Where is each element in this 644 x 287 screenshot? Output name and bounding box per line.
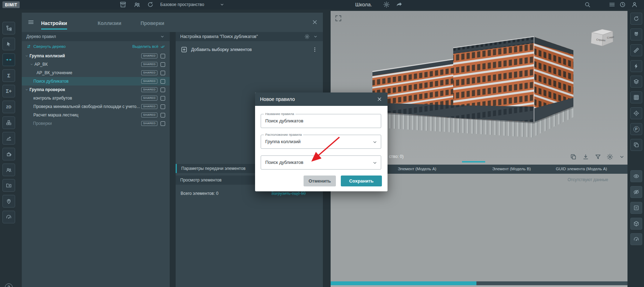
save-button[interactable]: Сохранить bbox=[341, 176, 382, 186]
2d-view-tool[interactable]: 2D bbox=[2, 101, 15, 113]
add-selection-plus-icon[interactable] bbox=[181, 46, 188, 53]
view-cube[interactable]: Справа Сзади bbox=[589, 28, 615, 48]
help-button[interactable]: ? bbox=[5, 283, 13, 287]
sync-icon[interactable] bbox=[147, 1, 154, 8]
chevron-down-icon[interactable] bbox=[372, 139, 378, 145]
tree-row-selected[interactable]: Поиск дубликатов SHARED bbox=[22, 77, 170, 85]
tree-row[interactable]: АР_ВК SHARED bbox=[22, 60, 170, 69]
dialog-close-icon[interactable] bbox=[376, 96, 383, 102]
kebab-menu-icon[interactable] bbox=[312, 46, 318, 53]
expand-viewport-icon[interactable] bbox=[334, 14, 342, 22]
row-checkbox[interactable] bbox=[161, 96, 165, 101]
select-all-link[interactable]: Выделить всё bbox=[132, 44, 158, 49]
tree-row[interactable]: Группа проверок SHARED bbox=[22, 85, 170, 94]
account-icon[interactable] bbox=[631, 1, 638, 8]
tree-row[interactable]: Проверка минимальной свободной площади с… bbox=[22, 102, 170, 111]
load-more-link[interactable]: Загрузить ещё 50 bbox=[271, 191, 306, 196]
collapse-panel-chevron-icon[interactable] bbox=[160, 34, 165, 39]
compass-tool[interactable] bbox=[630, 233, 642, 245]
building-model[interactable] bbox=[365, 26, 576, 142]
row-checkbox[interactable] bbox=[161, 121, 165, 126]
column-header[interactable]: Элемент (Модель B) bbox=[492, 167, 531, 171]
tree-row[interactable]: Группа коллизий SHARED bbox=[22, 52, 170, 60]
expander-icon[interactable] bbox=[25, 54, 29, 58]
workspace-selector[interactable]: Базовое пространство bbox=[160, 2, 204, 7]
tree-panel-header[interactable]: Дерево правил bbox=[22, 32, 170, 41]
tree-panel-title: Дерево правил bbox=[26, 34, 56, 39]
summary-tool[interactable]: Σ bbox=[2, 69, 15, 82]
select-tool[interactable] bbox=[2, 38, 15, 50]
row-checkbox[interactable] bbox=[161, 113, 165, 117]
export-results-icon[interactable] bbox=[582, 153, 589, 160]
collapse-tree-link[interactable]: Свернуть дерево bbox=[33, 44, 66, 49]
panel-close-icon[interactable] bbox=[311, 19, 318, 26]
rule-name-field[interactable]: Название правила Поиск дубликатов bbox=[261, 114, 381, 128]
focus-tool[interactable] bbox=[630, 107, 642, 119]
rule-gear-icon[interactable] bbox=[304, 34, 310, 39]
tree-row[interactable]: АР_ВК_уточнение SHARED bbox=[22, 69, 170, 77]
tree-row[interactable]: Расчет марша лестниц SHARED bbox=[22, 111, 170, 119]
archive-icon[interactable] bbox=[119, 1, 126, 8]
orbit-tool[interactable] bbox=[630, 13, 642, 25]
collisions-tool[interactable] bbox=[2, 53, 15, 66]
double-check-icon[interactable] bbox=[160, 44, 165, 49]
tab-collisions[interactable]: Коллизии bbox=[98, 19, 121, 30]
shared-folder-tool[interactable] bbox=[2, 179, 15, 192]
selection-frame-tool[interactable] bbox=[630, 202, 642, 214]
cancel-button[interactable]: Отменить bbox=[304, 176, 336, 186]
collaboration-tool[interactable] bbox=[2, 164, 15, 176]
rule-location-select[interactable]: Расположение правила Группа коллизий bbox=[261, 135, 381, 149]
clash-point-tool[interactable] bbox=[630, 60, 642, 72]
collapse-results-chevron-icon[interactable] bbox=[618, 153, 625, 160]
magnet-tool[interactable] bbox=[630, 28, 642, 40]
team-icon[interactable] bbox=[134, 1, 141, 8]
settings-gear-icon[interactable] bbox=[383, 1, 390, 8]
visibility-tool[interactable] bbox=[630, 170, 642, 182]
column-header[interactable]: Элемент (Модель А) bbox=[398, 167, 436, 171]
model-tree-tool[interactable] bbox=[2, 22, 15, 34]
dashboard-tool[interactable] bbox=[2, 211, 15, 223]
panel-menu-icon[interactable] bbox=[27, 19, 34, 26]
menu-list-icon[interactable] bbox=[609, 1, 616, 8]
summary-add-tool[interactable]: Σ+ bbox=[2, 85, 15, 97]
grid-tool[interactable] bbox=[630, 91, 642, 103]
row-checkbox[interactable] bbox=[161, 62, 165, 67]
share-icon[interactable] bbox=[396, 1, 403, 8]
parking-tool[interactable]: P bbox=[630, 123, 642, 135]
chevron-down-icon[interactable] bbox=[372, 160, 378, 166]
shared-badge: SHARED bbox=[141, 62, 157, 67]
rule-type-select[interactable]: Поиск дубликатов bbox=[261, 155, 381, 170]
assemblies-tool[interactable] bbox=[2, 116, 15, 129]
measure-tool[interactable] bbox=[630, 44, 642, 56]
results-settings-gear-icon[interactable] bbox=[606, 153, 613, 160]
chevron-down-icon[interactable] bbox=[219, 2, 225, 7]
add-selection-button[interactable]: Добавить выборку элементов bbox=[191, 47, 252, 52]
visibility-off-tool[interactable] bbox=[630, 186, 642, 198]
copy-results-icon[interactable] bbox=[570, 153, 577, 160]
collapse-tree-icon[interactable] bbox=[26, 44, 31, 49]
rule-collapse-chevron-icon[interactable] bbox=[313, 34, 318, 39]
row-checkbox[interactable] bbox=[161, 71, 165, 75]
row-checkbox[interactable] bbox=[161, 104, 165, 109]
scrollbar-thumb[interactable] bbox=[331, 281, 476, 285]
column-header[interactable]: GUID элемента (Модель А) bbox=[556, 167, 607, 171]
copy-view-tool[interactable] bbox=[630, 139, 642, 151]
layers-tool[interactable] bbox=[630, 76, 642, 88]
geo-person-tool[interactable] bbox=[2, 195, 15, 208]
row-checkbox[interactable] bbox=[161, 54, 165, 58]
filter-results-icon[interactable] bbox=[594, 153, 601, 160]
analytics-tool[interactable] bbox=[2, 132, 15, 145]
tree-row[interactable]: контроль атрибутов SHARED bbox=[22, 94, 170, 102]
tab-settings[interactable]: Настройки bbox=[41, 19, 67, 30]
horizontal-scrollbar[interactable] bbox=[331, 281, 627, 285]
plugins-tool[interactable] bbox=[2, 148, 15, 160]
tree-row[interactable]: Проверки SHARED bbox=[22, 119, 170, 128]
expander-icon[interactable] bbox=[30, 62, 34, 66]
history-icon[interactable] bbox=[619, 1, 626, 8]
row-checkbox[interactable] bbox=[161, 79, 165, 84]
search-icon[interactable] bbox=[584, 1, 591, 8]
row-checkbox[interactable] bbox=[161, 88, 165, 92]
cube-view-tool[interactable] bbox=[630, 218, 642, 230]
tab-checks[interactable]: Проверки bbox=[141, 19, 164, 30]
expander-icon[interactable] bbox=[25, 88, 29, 92]
